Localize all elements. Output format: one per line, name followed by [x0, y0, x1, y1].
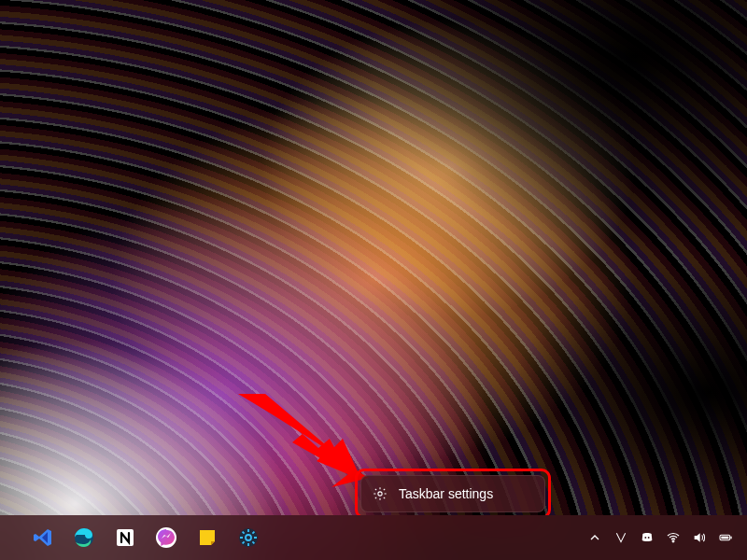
svg-point-10: [672, 540, 674, 542]
system-tray: [586, 529, 740, 546]
desktop: Taskbar settings: [0, 0, 747, 560]
tray-overflow-chevron[interactable]: [586, 529, 603, 546]
battery-icon: [718, 530, 733, 545]
chevron-up-icon: [587, 530, 602, 545]
v-icon: [613, 530, 628, 545]
tray-battery[interactable]: [717, 529, 734, 546]
volume-icon: [692, 530, 707, 545]
discord-icon: [640, 530, 655, 545]
svg-point-2: [378, 492, 382, 496]
taskbar-app-vscode[interactable]: [24, 519, 62, 556]
svg-point-9: [648, 537, 650, 539]
taskbar-pinned-apps: [7, 519, 267, 556]
tray-volume[interactable]: [691, 529, 708, 546]
taskbar-app-edge[interactable]: [65, 519, 103, 556]
messenger-icon: [155, 526, 177, 549]
svg-rect-12: [730, 537, 731, 539]
tray-app-discord[interactable]: [639, 529, 655, 546]
vscode-icon: [32, 526, 54, 549]
context-menu-item-label[interactable]: Taskbar settings: [399, 486, 493, 501]
taskbar-context-menu: Taskbar settings: [360, 475, 545, 512]
taskbar-app-sticky-notes[interactable]: [189, 519, 226, 556]
svg-rect-13: [721, 537, 728, 539]
notion-icon: [114, 526, 136, 549]
svg-point-8: [644, 537, 646, 539]
gear-icon: [373, 486, 388, 501]
tray-wifi[interactable]: [665, 529, 682, 546]
edge-icon: [73, 526, 95, 549]
taskbar-app-settings[interactable]: [230, 519, 267, 556]
taskbar-app-messenger[interactable]: [148, 519, 185, 556]
settings-app-icon: [237, 526, 260, 549]
tray-app-v[interactable]: [613, 529, 629, 546]
taskbar-app-notion[interactable]: [106, 519, 144, 556]
sticky-notes-icon: [196, 526, 218, 549]
taskbar[interactable]: [0, 515, 747, 560]
wifi-icon: [666, 530, 681, 545]
